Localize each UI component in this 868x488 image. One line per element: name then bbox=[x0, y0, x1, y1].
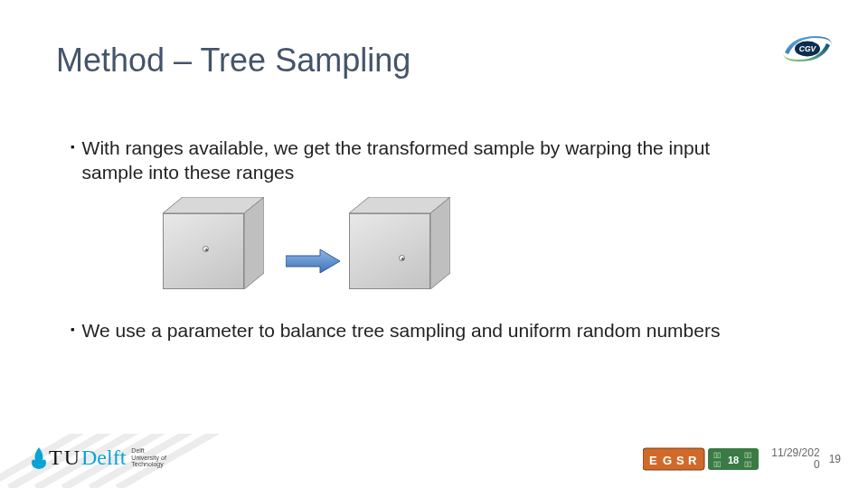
svg-text:▯▯: ▯▯ bbox=[744, 460, 751, 468]
svg-marker-10 bbox=[286, 249, 340, 273]
svg-text:E: E bbox=[649, 454, 657, 467]
slide-date: 11/29/202 0 bbox=[771, 447, 819, 470]
svg-text:▯▯: ▯▯ bbox=[713, 460, 721, 468]
svg-text:18: 18 bbox=[728, 455, 739, 465]
tudelft-logo: TU Delft Delft University of Technology bbox=[31, 446, 166, 470]
bullet-2: ▪ We use a parameter to balance tree sam… bbox=[71, 318, 720, 343]
cgv-logo: CGV bbox=[779, 33, 835, 65]
bullet-1: ▪ With ranges available, we get the tran… bbox=[71, 136, 742, 185]
bullet-marker-icon: ▪ bbox=[71, 140, 75, 185]
flame-icon bbox=[31, 446, 47, 470]
svg-marker-9 bbox=[244, 197, 264, 289]
sample-point-output bbox=[399, 255, 405, 261]
bullet-1-text: With ranges available, we get the transf… bbox=[82, 136, 742, 185]
egsr-logo: E G S R ▯▯▯▯ ▯▯▯▯ 18 bbox=[643, 445, 760, 474]
tu-prefix: T bbox=[49, 446, 62, 469]
sample-point-input bbox=[203, 246, 209, 252]
svg-text:S: S bbox=[676, 454, 684, 467]
svg-text:R: R bbox=[688, 454, 697, 467]
svg-text:▯▯: ▯▯ bbox=[713, 451, 721, 459]
svg-text:CGV: CGV bbox=[799, 44, 817, 53]
svg-text:G: G bbox=[663, 454, 672, 467]
slide-number: 19 bbox=[829, 453, 841, 465]
svg-text:▯▯: ▯▯ bbox=[744, 451, 751, 459]
cube-input bbox=[163, 197, 280, 296]
tu-name: Delft bbox=[81, 446, 126, 470]
bullet-2-text: We use a parameter to balance tree sampl… bbox=[82, 318, 721, 343]
footer-right: E G S R ▯▯▯▯ ▯▯▯▯ 18 11/29/202 0 19 bbox=[643, 445, 841, 474]
bullet-marker-icon: ▪ bbox=[71, 323, 75, 343]
cube-output bbox=[349, 197, 467, 296]
tu-subtitle: Delft University of Technology bbox=[131, 447, 166, 467]
svg-marker-12 bbox=[430, 197, 450, 289]
slide-title: Method – Tree Sampling bbox=[56, 42, 410, 80]
arrow-icon bbox=[286, 248, 342, 275]
